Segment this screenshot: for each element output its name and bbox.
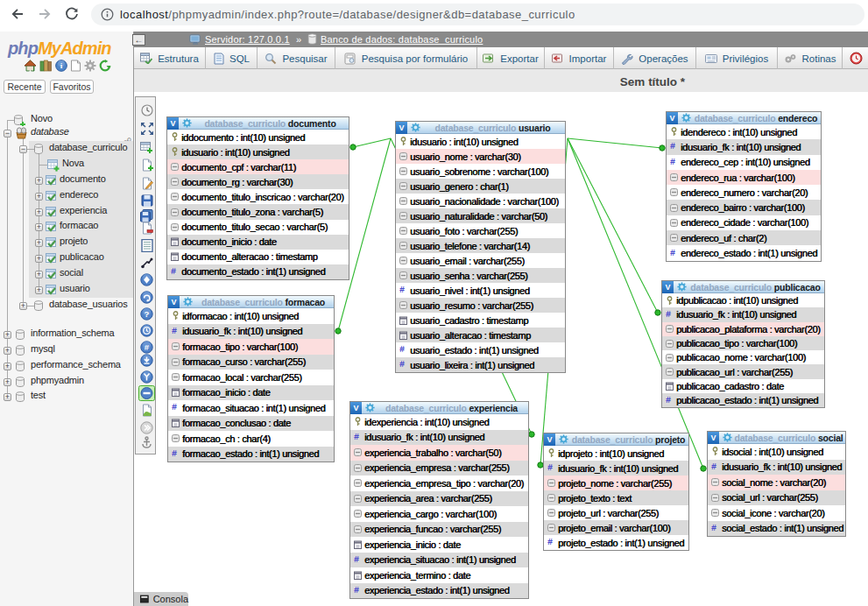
svg-text:#: # bbox=[145, 342, 150, 352]
svg-text:?: ? bbox=[145, 309, 150, 319]
